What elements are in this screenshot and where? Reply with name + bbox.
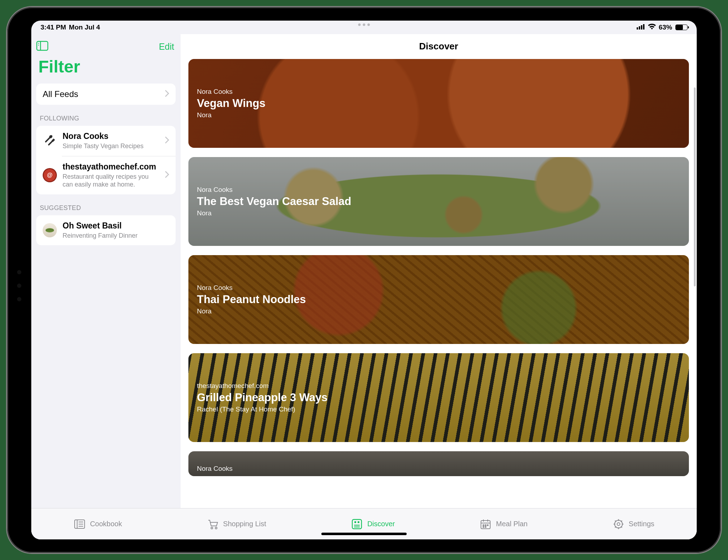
recipe-title: The Best Vegan Caesar Salad: [197, 195, 351, 208]
app-root: Edit Filter All Feeds FOLLOWING: [31, 21, 697, 539]
recipe-source: Nora Cooks: [197, 88, 266, 96]
svg-rect-3: [643, 24, 644, 29]
recipe-source: Nora Cooks: [197, 465, 232, 473]
cellular-icon: [637, 23, 645, 31]
recipe-feed[interactable]: Nora Cooks Vegan Wings Nora Nora Cooks T…: [181, 59, 697, 539]
sidebar-title: Filter: [36, 55, 176, 84]
utensils-icon: [43, 134, 57, 148]
tab-discover[interactable]: Discover: [351, 518, 395, 530]
tab-settings[interactable]: Settings: [612, 518, 654, 530]
recipe-author: Nora: [197, 209, 351, 217]
svg-point-6: [38, 43, 39, 44]
recipe-title: Thai Peanut Noodles: [197, 293, 306, 306]
device-camera-dots: [17, 270, 21, 301]
status-date: Mon Jul 4: [69, 23, 100, 31]
tab-label: Shopping List: [223, 520, 266, 528]
battery-icon: [675, 25, 687, 30]
chevron-right-icon: [165, 136, 169, 145]
following-desc: Simple Tasty Vegan Recipes: [63, 142, 144, 150]
suggested-item[interactable]: Oh Sweet Basil Reinventing Family Dinner: [36, 215, 176, 246]
leaf-icon: [43, 223, 57, 237]
status-bar: 3:41 PM Mon Jul 4 63%: [31, 21, 697, 34]
battery-percent: 63%: [659, 23, 672, 31]
tab-label: Cookbook: [90, 520, 122, 528]
recipe-author: Rachel (The Stay At Home Chef): [197, 405, 328, 413]
recipe-source: thestayathomechef.com: [197, 382, 328, 390]
all-feeds-label: All Feeds: [43, 89, 78, 99]
following-header: FOLLOWING: [36, 105, 176, 126]
svg-point-17: [211, 527, 213, 529]
svg-point-18: [215, 527, 217, 529]
recipe-card[interactable]: Nora Cooks Vegan Wings Nora: [188, 59, 689, 148]
following-desc: Restaurant quality recipes you can easil…: [63, 173, 155, 189]
tab-label: Discover: [367, 520, 395, 528]
recipe-title: Vegan Wings: [197, 97, 266, 110]
svg-rect-4: [37, 42, 48, 50]
screen: 3:41 PM Mon Jul 4 63%: [31, 21, 697, 539]
suggested-header: SUGGESTED: [36, 194, 176, 215]
following-name: thestayathomechef.com: [63, 162, 155, 172]
svg-rect-2: [641, 25, 642, 29]
recipe-card[interactable]: Nora Cooks The Best Vegan Caesar Salad N…: [188, 157, 689, 246]
tab-meal-plan[interactable]: Meal Plan: [480, 518, 528, 530]
suggested-list: Oh Sweet Basil Reinventing Family Dinner: [36, 215, 176, 246]
svg-rect-1: [639, 26, 640, 29]
sidebar-toggle-icon[interactable]: [36, 41, 48, 52]
chevron-right-icon: [165, 171, 169, 179]
following-item[interactable]: @ thestayathomechef.com Restaurant quali…: [36, 156, 176, 194]
svg-rect-20: [354, 521, 356, 523]
svg-point-34: [617, 523, 620, 526]
badge-icon: @: [43, 168, 57, 182]
tab-label: Settings: [629, 520, 654, 528]
tab-label: Meal Plan: [496, 520, 528, 528]
suggested-name: Oh Sweet Basil: [63, 221, 138, 231]
svg-point-29: [485, 524, 486, 526]
recipe-card[interactable]: Nora Cooks: [188, 451, 689, 476]
svg-point-32: [485, 526, 486, 527]
svg-point-7: [38, 45, 39, 46]
svg-point-30: [487, 524, 488, 526]
recipe-source: Nora Cooks: [197, 284, 306, 292]
all-feeds-card[interactable]: All Feeds: [36, 84, 176, 105]
recipe-card[interactable]: thestayathomechef.com Grilled Pineapple …: [188, 353, 689, 442]
sidebar: Edit Filter All Feeds FOLLOWING: [31, 34, 181, 539]
svg-point-28: [483, 524, 484, 526]
following-item[interactable]: Nora Cooks Simple Tasty Vegan Recipes: [36, 126, 176, 156]
multitask-dots[interactable]: [358, 23, 370, 26]
wifi-icon: [648, 23, 656, 32]
svg-rect-0: [637, 27, 638, 29]
tab-shopping-list[interactable]: Shopping List: [207, 518, 266, 530]
recipe-author: Nora: [197, 111, 266, 119]
following-list: Nora Cooks Simple Tasty Vegan Recipes @ …: [36, 126, 176, 194]
page-title: Discover: [181, 34, 697, 59]
status-time: 3:41 PM: [41, 23, 66, 31]
edit-button[interactable]: Edit: [159, 42, 176, 52]
svg-point-31: [483, 526, 484, 527]
recipe-source: Nora Cooks: [197, 186, 351, 194]
status-right: 63%: [637, 23, 687, 32]
tab-cookbook[interactable]: Cookbook: [74, 518, 122, 530]
recipe-card[interactable]: Nora Cooks Thai Peanut Noodles Nora: [188, 255, 689, 344]
following-name: Nora Cooks: [63, 131, 144, 141]
home-indicator[interactable]: [321, 533, 407, 535]
suggested-desc: Reinventing Family Dinner: [63, 232, 138, 240]
svg-rect-21: [358, 521, 359, 523]
scrollbar-thumb[interactable]: [694, 87, 696, 286]
chevron-right-icon: [165, 90, 169, 98]
recipe-author: Nora: [197, 307, 306, 315]
device-frame: 3:41 PM Mon Jul 4 63%: [7, 7, 721, 553]
recipe-title: Grilled Pineapple 3 Ways: [197, 391, 328, 404]
main-pane: Discover Nora Cooks Vegan Wings Nora: [181, 34, 697, 539]
